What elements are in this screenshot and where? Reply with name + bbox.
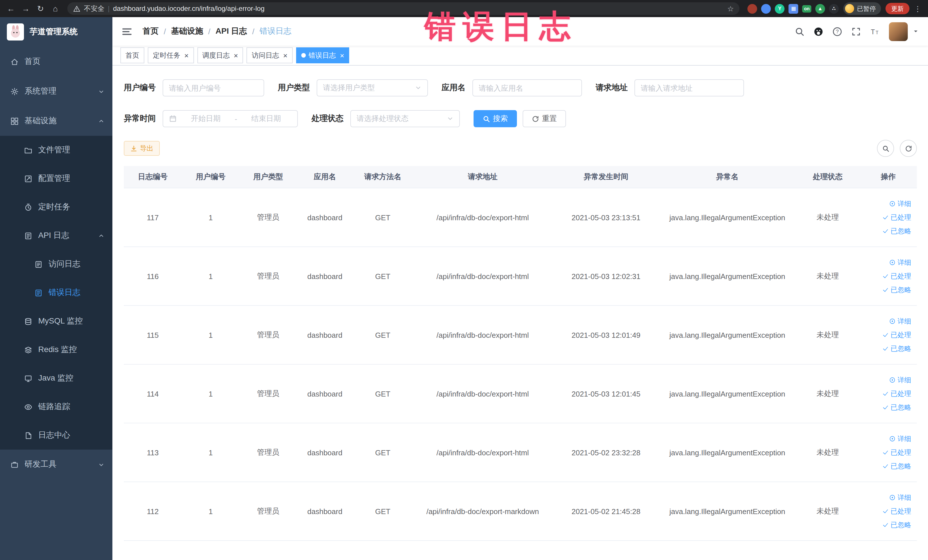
reset-button-label: 重置 [542, 113, 557, 124]
processed-link[interactable]: 已处理 [882, 448, 911, 457]
ignored-link[interactable]: 已忽略 [882, 520, 911, 530]
breadcrumb-item[interactable]: 基础设施 [171, 26, 203, 37]
filter-app-name: 应用名 [442, 79, 582, 96]
detail-link[interactable]: 详细 [889, 493, 911, 502]
sidebar-item-infrastructure[interactable]: 基础设施 [0, 106, 112, 136]
tools-icon [10, 460, 19, 469]
request-url-input[interactable] [635, 79, 744, 96]
extension-icon-1[interactable] [748, 4, 757, 14]
detail-link[interactable]: 详细 [889, 434, 911, 444]
detail-link-label: 详细 [897, 375, 911, 385]
forward-icon[interactable]: → [20, 2, 32, 15]
cell-time: 2021-05-03 12:01:45 [553, 389, 659, 398]
sidebar-item-config-management[interactable]: 配置管理 [0, 164, 112, 193]
font-size-icon[interactable]: TT [870, 26, 880, 36]
breadcrumb-item[interactable]: API 日志 [216, 26, 247, 37]
tab-home[interactable]: 首页 [121, 47, 144, 63]
ignored-link-label: 已忽略 [891, 520, 911, 530]
ignored-link[interactable]: 已忽略 [882, 226, 911, 236]
back-icon[interactable]: ← [5, 2, 17, 15]
sidebar-item-system-management[interactable]: 系统管理 [0, 76, 112, 106]
search-icon[interactable] [795, 26, 804, 36]
tab-access-log[interactable]: 访问日志× [246, 47, 292, 63]
detail-link[interactable]: 详细 [889, 316, 911, 326]
close-icon[interactable]: × [184, 52, 189, 59]
chevron-down-icon[interactable] [912, 28, 919, 35]
sidebar-item-api-log[interactable]: API 日志 [0, 221, 112, 250]
browser-profile-pill[interactable]: 已暂停 [843, 2, 881, 15]
sidebar-toggle-icon[interactable] [122, 26, 132, 37]
processed-link[interactable]: 已处理 [882, 212, 911, 222]
calendar-icon [169, 115, 177, 123]
ignored-link[interactable]: 已忽略 [882, 461, 911, 471]
sidebar-item-error-log[interactable]: 错误日志 [0, 278, 112, 307]
github-icon[interactable] [814, 26, 823, 36]
app-name-input[interactable] [472, 79, 582, 96]
close-icon[interactable]: × [283, 52, 287, 59]
breadcrumb-item[interactable]: 首页 [143, 26, 159, 37]
tab-scheduled-jobs[interactable]: 定时任务× [148, 47, 194, 63]
toggle-search-button[interactable] [877, 140, 894, 157]
close-icon[interactable]: × [234, 52, 238, 59]
cell-app: dashboard [297, 331, 353, 339]
tab-error-log[interactable]: 错误日志× [296, 47, 350, 63]
browser-menu-icon[interactable]: ⋮ [912, 4, 924, 13]
extension-tree-icon[interactable]: ▲ [815, 4, 825, 14]
address-bar[interactable]: 不安全 | dashboard.yudao.iocoder.cn/infra/l… [67, 2, 739, 15]
browser-update-button[interactable]: 更新 [885, 3, 910, 14]
sidebar-item-scheduled-jobs[interactable]: 定时任务 [0, 193, 112, 221]
detail-link[interactable]: 详细 [889, 258, 911, 267]
tab-schedule-log[interactable]: 调度日志× [197, 47, 243, 63]
processed-link[interactable]: 已处理 [882, 389, 911, 398]
search-button[interactable]: 搜索 [473, 110, 517, 127]
sidebar-item-redis-monitor[interactable]: Redis 监控 [0, 336, 112, 364]
processed-link[interactable]: 已处理 [882, 330, 911, 340]
sidebar-item-dev-tools[interactable]: 研发工具 [0, 450, 112, 479]
reset-button[interactable]: 重置 [523, 110, 566, 127]
user-id-input[interactable] [163, 79, 264, 96]
page-content: 用户编号 用户类型 请选择用户类型 应用名 [112, 66, 928, 560]
sidebar-item-mysql-monitor[interactable]: MySQL 监控 [0, 307, 112, 336]
extension-icon-3[interactable]: Y [775, 4, 785, 14]
ignored-link[interactable]: 已忽略 [882, 344, 911, 354]
url-text[interactable]: dashboard.yudao.iocoder.cn/infra/log/api… [113, 5, 264, 12]
detail-link[interactable]: 详细 [889, 199, 911, 209]
home-icon[interactable]: ⌂ [49, 2, 62, 15]
sidebar-item-label: 链路追踪 [38, 402, 70, 412]
security-label[interactable]: 不安全 [84, 4, 104, 14]
cell-method: GET [353, 389, 412, 398]
exception-time-range-picker[interactable]: 开始日期 - 结束日期 [163, 110, 298, 127]
processed-link[interactable]: 已处理 [882, 271, 911, 281]
sidebar-item-log-center[interactable]: 日志中心 [0, 421, 112, 450]
trace-icon [24, 403, 32, 411]
extension-paw-icon[interactable]: ∴ [829, 4, 839, 14]
cell-id: 115 [124, 331, 182, 339]
sidebar-item-java-monitor[interactable]: Java 监控 [0, 364, 112, 392]
extension-icon-4[interactable]: ▦ [789, 4, 798, 14]
detail-link[interactable]: 详细 [889, 375, 911, 385]
process-status-select[interactable]: 请选择处理状态 [350, 110, 460, 127]
close-icon[interactable]: × [340, 52, 344, 59]
processed-link-label: 已处理 [891, 507, 911, 516]
sidebar-item-access-log[interactable]: 访问日志 [0, 250, 112, 278]
bookmark-star-icon[interactable]: ☆ [727, 4, 734, 13]
extension-icon-2[interactable] [761, 4, 771, 14]
avatar[interactable] [889, 22, 908, 41]
reload-icon[interactable]: ↻ [34, 2, 47, 15]
refresh-table-button[interactable] [900, 140, 917, 157]
app-logo[interactable]: 芋道管理系统 [0, 17, 112, 47]
processed-link-label: 已处理 [891, 389, 911, 398]
fullscreen-icon[interactable] [851, 26, 861, 36]
export-button[interactable]: 导出 [124, 141, 160, 156]
ignored-link[interactable]: 已忽略 [882, 403, 911, 412]
extension-on-badge[interactable]: on [802, 5, 811, 12]
processed-link[interactable]: 已处理 [882, 507, 911, 516]
help-icon[interactable]: ? [832, 26, 842, 36]
sidebar-item-file-management[interactable]: 文件管理 [0, 136, 112, 164]
user-type-select[interactable]: 请选择用户类型 [317, 79, 428, 96]
sidebar-item-tracing[interactable]: 链路追踪 [0, 392, 112, 421]
processed-link-label: 已处理 [891, 271, 911, 281]
sidebar-item-home[interactable]: 首页 [0, 47, 112, 76]
ignored-link[interactable]: 已忽略 [882, 285, 911, 295]
cell-method: GET [353, 331, 412, 339]
